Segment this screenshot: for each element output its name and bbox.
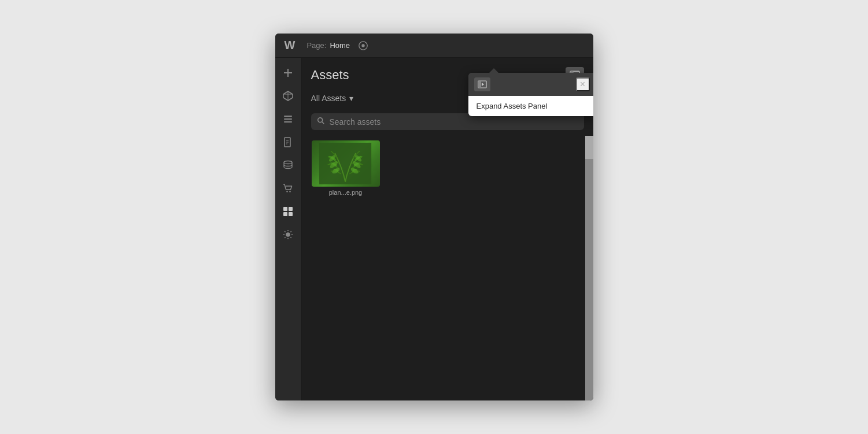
- header-buttons: × Expand Assets Panel: [566, 67, 584, 83]
- main-area: Assets: [275, 58, 593, 400]
- svg-point-14: [284, 161, 292, 164]
- preview-eye-icon[interactable]: [358, 40, 368, 51]
- svg-rect-17: [283, 207, 287, 211]
- fern-image: [312, 140, 380, 187]
- page-label: Page:: [306, 41, 326, 50]
- svg-point-16: [289, 191, 290, 192]
- svg-rect-8: [284, 118, 292, 120]
- tooltip-header: ×: [468, 73, 593, 96]
- tooltip-text: Expand Assets Panel: [468, 96, 593, 116]
- svg-rect-9: [284, 121, 292, 123]
- search-icon: [317, 117, 325, 127]
- svg-rect-3: [284, 72, 292, 73]
- webflow-logo: W: [285, 39, 296, 52]
- sidebar-item-navigator[interactable]: [278, 109, 298, 129]
- sidebar-item-components[interactable]: [278, 86, 298, 106]
- svg-point-32: [317, 118, 322, 123]
- tooltip-arrow: [489, 68, 498, 73]
- all-assets-dropdown[interactable]: All Assets ▾: [311, 94, 354, 103]
- tooltip-popup-container: × Expand Assets Panel: [468, 73, 593, 116]
- asset-filename: plan...e.png: [311, 189, 381, 196]
- svg-line-33: [322, 122, 324, 124]
- assets-panel: Assets: [302, 58, 593, 400]
- top-bar: W Page: Home: [275, 34, 593, 58]
- svg-point-15: [286, 191, 287, 192]
- assets-header: Assets: [302, 58, 593, 88]
- all-assets-label: All Assets: [311, 94, 346, 103]
- sidebar-item-add[interactable]: [278, 62, 298, 83]
- svg-rect-18: [289, 207, 293, 211]
- svg-rect-26: [478, 81, 481, 88]
- search-input[interactable]: [330, 117, 578, 127]
- expand-button-container: × Expand Assets Panel: [566, 67, 584, 83]
- assets-grid: plan...e.png: [302, 136, 585, 400]
- svg-rect-7: [284, 116, 292, 117]
- scroll-thumb: [585, 136, 593, 159]
- sidebar: [275, 58, 302, 400]
- svg-rect-20: [289, 212, 293, 216]
- assets-area: plan...e.png: [302, 136, 593, 400]
- sidebar-item-pages[interactable]: [278, 132, 298, 153]
- sidebar-item-settings[interactable]: [278, 224, 298, 245]
- sidebar-item-cms[interactable]: [278, 155, 298, 176]
- svg-point-1: [361, 44, 364, 47]
- tooltip-close-button[interactable]: ×: [576, 77, 590, 91]
- svg-rect-19: [283, 212, 287, 216]
- sidebar-item-assets[interactable]: [278, 201, 298, 222]
- list-item[interactable]: plan...e.png: [311, 140, 381, 196]
- assets-title: Assets: [311, 68, 349, 83]
- asset-thumbnail: [312, 140, 380, 187]
- svg-marker-27: [482, 83, 484, 86]
- tooltip-expand-icon: [474, 77, 490, 91]
- app-window: W Page: Home: [275, 34, 593, 400]
- svg-rect-34: [320, 143, 372, 184]
- scroll-track[interactable]: [585, 136, 593, 400]
- fern-svg: [315, 143, 376, 184]
- svg-point-21: [286, 233, 290, 236]
- page-name: Home: [330, 41, 350, 50]
- tooltip-popup: × Expand Assets Panel: [468, 73, 593, 116]
- dropdown-icon: ▾: [349, 94, 353, 103]
- sidebar-item-ecommerce[interactable]: [278, 178, 298, 199]
